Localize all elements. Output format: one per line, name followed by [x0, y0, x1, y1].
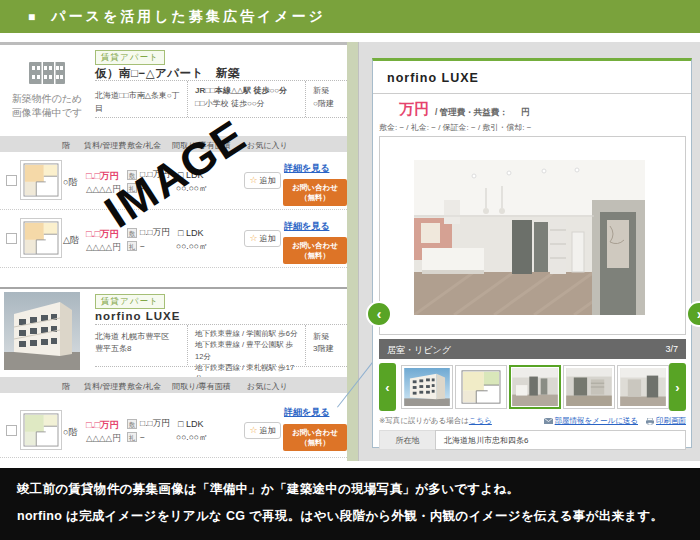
- floor-cell: △階: [63, 234, 79, 247]
- slide-header: ■ パースを活用した募集広告イメージ: [0, 0, 700, 33]
- footer-line-1: 竣工前の賃貸物件の募集画像は「準備中」か「建築途中の現場写真」が多いですよね。: [17, 481, 519, 498]
- floor-cell: ○階: [63, 426, 77, 439]
- price-value: 万円: [399, 100, 429, 119]
- property-type-badge: 賃貸アパート: [95, 50, 165, 65]
- listing2-title: norfino LUXE: [95, 310, 180, 322]
- detail-link[interactable]: 詳細を見る: [284, 162, 329, 175]
- thumbnail-exterior[interactable]: [401, 365, 453, 409]
- detail-link[interactable]: 詳細を見る: [284, 220, 329, 233]
- floorplan-thumbnail[interactable]: [20, 410, 62, 450]
- divider-rule: [0, 42, 347, 45]
- printer-icon: [646, 418, 654, 425]
- caption-footer: 竣工前の賃貸物件の募集画像は「準備中」か「建築途中の現場写真」が多いですよね。 …: [0, 468, 700, 540]
- placeholder-text: 新築物件のため 画像準備中です: [4, 92, 90, 119]
- carousel-prev-button[interactable]: ‹: [379, 363, 396, 411]
- listing1-structure: 新築 ○階建: [305, 81, 347, 117]
- detail-link[interactable]: 詳細を見る: [284, 406, 329, 419]
- contact-button[interactable]: お問い合わせ（無料）: [283, 424, 347, 451]
- photo-counter: 3/7: [665, 344, 678, 354]
- listing2-structure: 新築 3階建: [305, 325, 347, 365]
- keymoney-cell: 礼−: [127, 432, 145, 442]
- slide: ■ パースを活用した募集広告イメージ 新築物件のため 画像準備中です 賃貸アパー…: [0, 0, 700, 540]
- section-strip: [347, 42, 358, 461]
- contact-button[interactable]: お問い合わせ（無料）: [283, 179, 347, 206]
- listing2-summary: 北海道 札幌市豊平区 豊平五条8 地下鉄東豊線 / 学園前駅 歩6分 地下鉄東豊…: [95, 325, 347, 365]
- area-cell: ○○.○○㎡: [176, 432, 207, 444]
- rent-value: □.□万円: [86, 419, 119, 432]
- listing2-address: 北海道 札幌市豊平区 豊平五条8: [95, 325, 187, 365]
- add-favorite-button[interactable]: ☆追加: [244, 422, 281, 439]
- header-bullet: ■: [28, 11, 35, 23]
- star-icon: ☆: [249, 176, 257, 185]
- price-yen: 円: [521, 107, 530, 119]
- layout-cell: □ LDK: [178, 419, 203, 429]
- note-link[interactable]: こちら: [469, 416, 492, 425]
- listing1-address: 北海道□□市南△条東○丁目: [95, 81, 187, 117]
- photo-caption: 居室・リビング: [387, 344, 451, 357]
- thumbnail-interior-selected[interactable]: [509, 365, 561, 409]
- fees-line: 敷金: − / 礼金: − / 保証金: − / 敷引・償却: −: [379, 122, 531, 133]
- footer-line-2: norfino は完成イメージをリアルな CG で再現。はやい段階から外観・内観…: [17, 508, 663, 525]
- floorplan-thumbnail[interactable]: [20, 218, 62, 258]
- photo-note-row: ※写真に誤りがある場合はこちら 部屋情報をメールに送る 印刷画面: [379, 416, 686, 426]
- floorplan-thumbnail[interactable]: [20, 160, 62, 200]
- unit-row: △階 □.□万円 △△△△円 敷□.□万円 礼− □ LDK ○○.○○㎡ ☆追…: [0, 210, 347, 268]
- print-link[interactable]: 印刷画面: [646, 416, 686, 426]
- keymoney-cell: 礼−: [127, 241, 145, 251]
- property-type-badge: 賃貸アパート: [95, 294, 165, 309]
- row-checkbox[interactable]: [6, 175, 17, 186]
- thumbnail-interior-2[interactable]: [563, 365, 615, 409]
- panel-title-bar: norfino LUXE: [373, 61, 691, 94]
- building-photo[interactable]: [4, 292, 80, 370]
- thumbnail-floorplan[interactable]: [455, 365, 507, 409]
- contact-button[interactable]: お問い合わせ（無料）: [283, 237, 347, 264]
- mail-link[interactable]: 部屋情報をメールに送る: [544, 416, 638, 426]
- photo-caption-bar: 居室・リビング 3/7: [379, 339, 686, 359]
- thumbnail-interior-3[interactable]: [617, 365, 669, 409]
- chevron-right-icon: ›: [697, 307, 700, 321]
- row-checkbox[interactable]: [6, 425, 17, 436]
- photo-note: ※写真に誤りがある場合はこちら: [379, 416, 492, 426]
- layout-cell: □ LDK: [178, 228, 203, 238]
- photo-viewer: ‹ ›: [379, 136, 686, 335]
- star-icon: ☆: [249, 234, 257, 243]
- listing1-title: 仮）南□−△アパート 新築: [95, 66, 240, 81]
- add-favorite-button[interactable]: ☆追加: [244, 172, 281, 189]
- property-detail-panel: norfino LUXE 万円 / 管理費・共益費： 円 敷金: − / 礼金:…: [372, 58, 692, 448]
- location-label: 所在地: [379, 430, 435, 450]
- chevron-left-icon: ‹: [377, 307, 382, 321]
- listing2-access: 地下鉄東豊線 / 学園前駅 歩6分 地下鉄東豊線 / 豊平公園駅 歩12分 地下…: [187, 325, 305, 365]
- no-image-placeholder: 新築物件のため 画像準備中です: [4, 50, 90, 128]
- photo-prev-button[interactable]: ‹: [366, 301, 392, 327]
- results-table-header: 階 賃料/管理費 敷金/礼金 間取り/専有面積 お気に入り: [0, 377, 347, 393]
- price-label: / 管理費・共益費：: [435, 107, 508, 119]
- listing1-summary: 北海道□□市南△条東○丁目 JR□□本線△△駅 徒歩○○分 □□小学校 徒歩○○…: [95, 81, 347, 117]
- divider: [95, 366, 347, 367]
- photo-next-button[interactable]: ›: [686, 301, 700, 327]
- management-fee: △△△△円: [86, 433, 121, 445]
- envelope-icon: [544, 418, 553, 424]
- panel-title: norfino LUXE: [387, 71, 479, 85]
- star-icon: ☆: [249, 426, 257, 435]
- location-row: 所在地 北海道旭川市忠和四条6: [379, 430, 686, 450]
- listing-divider: [0, 287, 347, 289]
- row-checkbox[interactable]: [6, 233, 17, 244]
- page-title: パースを活用した募集広告イメージ: [51, 8, 326, 26]
- chevron-left-icon: ‹: [385, 380, 389, 395]
- thumbnail-carousel: ‹: [379, 362, 686, 412]
- location-value: 北海道旭川市忠和四条6: [435, 430, 686, 450]
- chevron-right-icon: ›: [675, 380, 679, 395]
- building-icon: [29, 62, 65, 84]
- floor-cell: ○階: [63, 176, 77, 189]
- unit-row: ○階 □.□万円 △△△△円 敷□.□万円 礼− □ LDK ○○.○○㎡ ☆追…: [0, 398, 347, 458]
- listing1-access: JR□□本線△△駅 徒歩○○分 □□小学校 徒歩○○分: [187, 81, 305, 117]
- rent-value: □.□万円: [86, 170, 119, 183]
- carousel-next-button[interactable]: ›: [669, 363, 686, 411]
- area-cell: ○○.○○㎡: [176, 241, 207, 253]
- deposit-cell: 敷□.□万円: [127, 418, 170, 430]
- interior-photo: [414, 160, 645, 315]
- add-favorite-button[interactable]: ☆追加: [244, 230, 281, 247]
